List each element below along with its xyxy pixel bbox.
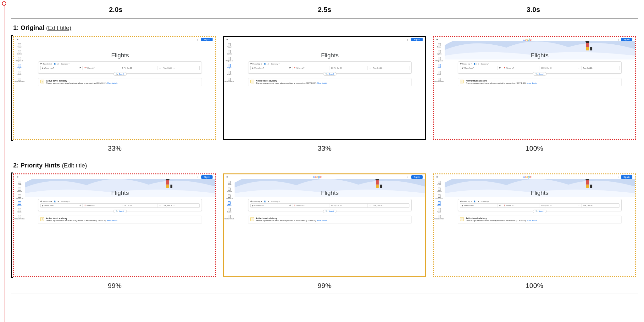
to-field: 📍 Where to? (502, 204, 540, 207)
sidebar-item-label: Explore (227, 54, 232, 55)
sidebar-item-label: Hotels (227, 74, 231, 76)
sidebar-item: Hotels (18, 208, 22, 213)
sidebar-item: Vacation rentals (434, 78, 444, 83)
to-field: 📍 Where to? (83, 204, 120, 207)
date-sep: ‹ › (577, 204, 582, 207)
trip-type-select: ⇄ Round trip ▾ (460, 201, 472, 202)
advisory-more-link: More details (527, 220, 537, 222)
to-field: 📍 Where to? (83, 66, 120, 70)
sidebar-item-label: Vacation rentals (434, 218, 444, 220)
google-logo: Google (523, 175, 531, 178)
edit-title-link[interactable]: (Edit title) (62, 162, 87, 169)
sidebar-item-icon (438, 188, 441, 191)
sidebar-item-label: Travel (437, 47, 441, 48)
date-back-field: Tue, Oct 26 ‹ › (162, 204, 199, 207)
passenger-select: 👤 1 ▾ (474, 201, 479, 202)
advisory-text: Active travel advisoryThere's a governme… (256, 80, 327, 85)
class-select: Economy ▾ (271, 63, 279, 65)
flights-page-thumbnail: ≡⋮⋮Sign inTravelExploreThings to doFligh… (14, 37, 215, 139)
date-out-field: 🗓 Fri, Oct 22 (330, 66, 367, 70)
hero-illustration: Flights (235, 179, 425, 197)
page-title: Flights (445, 189, 635, 196)
warning-icon: ! (250, 80, 254, 83)
sidebar-item-icon (438, 181, 441, 184)
trip-type-select: ⇄ Round trip ▾ (460, 63, 472, 65)
frame-screenshot[interactable]: ≡⋮⋮Sign inTravelExploreThings to doFligh… (13, 36, 216, 140)
search-card: ⇄ Round trip ▾👤 1 ▾ Economy ▾◉ Where fro… (458, 61, 622, 74)
warning-icon: ! (250, 217, 254, 221)
swap-icon: ⇄ (78, 204, 83, 207)
sidebar-item-icon (438, 78, 441, 81)
sidebar-item-icon (438, 50, 441, 53)
visual-complete-pct: 99% (318, 282, 331, 290)
frame-screenshot[interactable]: ≡⋮⋮Sign inTravelExploreThings to doFligh… (13, 173, 216, 278)
frame-cell: ≡Google⋮⋮Sign inTravelExploreThings to d… (433, 36, 636, 153)
sidebar-item-label: Things to do (225, 60, 233, 62)
search-button: 🔍 Search (533, 72, 547, 76)
sidebar-item: Explore (227, 50, 232, 55)
sidebar-item-icon (18, 195, 21, 198)
trip-type-select: ⇄ Round trip ▾ (40, 63, 52, 65)
sidebar-item: Explore (17, 188, 22, 193)
sidebar-item-icon (228, 71, 231, 74)
edit-title-link[interactable]: (Edit title) (46, 25, 71, 31)
passenger-select: 👤 1 ▾ (54, 201, 59, 202)
apps-icon: ⋮⋮ (406, 176, 409, 178)
sidebar-item-label: Explore (227, 191, 232, 193)
sidebar-item-label: Vacation rentals (224, 81, 234, 83)
svg-rect-20 (376, 180, 379, 185)
sidebar-item-label: Things to do (225, 198, 233, 200)
sidebar-item-icon (228, 215, 231, 218)
sidebar-item: Hotels (18, 71, 22, 76)
visual-complete-pct: 100% (525, 282, 543, 290)
advisory-more-link: More details (317, 220, 327, 222)
sidebar-item: Things to do (225, 195, 233, 200)
sidebar-item: Travel (18, 43, 21, 48)
sidebar-item: Explore (17, 50, 22, 55)
time-header-row: 2.0s2.5s3.0s (11, 0, 638, 19)
sidebar-item-label: Things to do (435, 60, 443, 62)
frame-screenshot[interactable]: ≡Google⋮⋮Sign inTravelExploreThings to d… (433, 173, 636, 278)
from-field: ◉ Where from? (460, 204, 498, 207)
flights-sidebar: TravelExploreThings to doFlightsHotelsVa… (14, 41, 25, 139)
visual-complete-pct: 99% (108, 282, 122, 290)
passenger-select: 👤 1 ▾ (264, 63, 269, 65)
search-icon: 🔍 (536, 210, 538, 212)
frame-cell: ≡⋮⋮Sign inTravelExploreThings to doFligh… (13, 173, 216, 290)
page-title: Flights (25, 52, 215, 59)
row-title: 1: Original (Edit title) (13, 24, 638, 31)
hamburger-icon: ≡ (17, 175, 19, 179)
search-icon: 🔍 (116, 73, 118, 75)
date-back-field: Tue, Oct 26 ‹ › (372, 66, 409, 70)
sidebar-item-label: Flights (437, 67, 441, 69)
search-icon: 🔍 (325, 210, 328, 212)
sidebar-item-icon (228, 78, 231, 81)
warning-icon: ! (460, 217, 464, 221)
sidebar-item-icon (18, 71, 21, 74)
svg-rect-4 (586, 43, 589, 47)
frame-screenshot[interactable]: ≡⋮⋮Sign inTravelExploreThings to doFligh… (223, 36, 426, 140)
svg-rect-5 (586, 47, 589, 51)
search-card: ⇄ Round trip ▾👤 1 ▾ Economy ▾◉ Where fro… (38, 199, 202, 211)
sidebar-item: Vacation rentals (434, 215, 444, 220)
search-card: ⇄ Round trip ▾👤 1 ▾ Economy ▾◉ Where fro… (248, 199, 412, 211)
class-select: Economy ▾ (481, 201, 489, 202)
search-button: 🔍 Search (113, 210, 127, 213)
sidebar-item: Flights (17, 64, 21, 69)
signin-button: Sign in (411, 38, 423, 41)
from-field: ◉ Where from? (41, 66, 78, 70)
date-out-field: 🗓 Fri, Oct 22 (540, 204, 577, 207)
frame-screenshot[interactable]: ≡Google⋮⋮Sign inTravelExploreThings to d… (223, 173, 426, 278)
hero-illustration: Flights (25, 179, 215, 197)
sidebar-item-label: Vacation rentals (224, 218, 234, 220)
time-header-cell: 2.5s (220, 6, 429, 14)
apps-icon: ⋮⋮ (616, 176, 619, 178)
advisory-more-link: More details (107, 82, 118, 84)
hamburger-icon: ≡ (226, 175, 228, 179)
sidebar-item-icon (18, 50, 21, 53)
timeline-rail (4, 3, 4, 322)
search-button: 🔍 Search (323, 72, 336, 76)
sidebar-item-icon (438, 215, 441, 218)
frame-screenshot[interactable]: ≡Google⋮⋮Sign inTravelExploreThings to d… (433, 36, 636, 140)
google-logo: Google (313, 175, 321, 178)
